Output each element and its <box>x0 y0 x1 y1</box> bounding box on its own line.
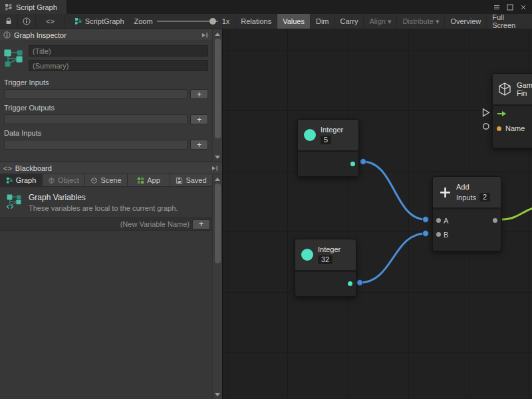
distribute-button[interactable]: Distribute ▾ <box>396 14 444 29</box>
data-inputs-section: Data Inputs + <box>0 124 212 150</box>
info-icon <box>23 17 31 25</box>
section-label: Data Inputs <box>4 126 208 140</box>
menu-icon <box>493 4 500 11</box>
scroll-thumb[interactable] <box>215 39 221 138</box>
scroll-down-icon[interactable] <box>213 390 222 398</box>
window-close-button[interactable] <box>519 3 528 12</box>
output-port[interactable] <box>360 159 366 165</box>
node-integer-5[interactable]: Integer 5 <box>297 119 359 177</box>
scroll-down-icon[interactable] <box>213 153 222 161</box>
graph-variables-title: Graph Variables <box>29 193 178 202</box>
cube-icon <box>48 177 55 184</box>
trigger-outputs-section: Trigger Outputs + <box>0 99 212 124</box>
add-variable-button[interactable]: + <box>192 219 210 229</box>
wire-add-output[interactable] <box>502 208 532 219</box>
tab-saved[interactable]: Saved <box>170 174 212 186</box>
output-port[interactable] <box>350 162 355 166</box>
input-port[interactable] <box>423 231 429 237</box>
add-trigger-input-button[interactable]: + <box>190 89 208 99</box>
dock-icon <box>201 31 209 39</box>
input-port[interactable] <box>436 218 441 223</box>
trigger-arrow-icon[interactable] <box>497 110 507 117</box>
dock-button[interactable] <box>211 164 219 172</box>
script-graph-icon <box>74 17 82 25</box>
scroll-up-icon[interactable] <box>213 30 222 38</box>
scroll-thumb[interactable] <box>215 184 221 263</box>
graph-canvas[interactable]: Integer 5 Integer 32 <box>223 29 532 399</box>
port-a-label: A <box>444 217 448 225</box>
overview-button-label: Overview <box>450 17 481 25</box>
scroll-up-icon[interactable] <box>213 175 222 183</box>
inputs-label: Inputs <box>456 194 476 201</box>
zoom-slider[interactable] <box>157 17 218 25</box>
wire-int1-to-add-a[interactable] <box>363 162 426 219</box>
output-port[interactable] <box>493 218 497 223</box>
output-port[interactable] <box>348 281 352 286</box>
left-panel: Graph Inspector <box>0 29 223 399</box>
relations-button[interactable]: Relations <box>235 14 277 29</box>
node-integer-32[interactable]: Integer 32 <box>295 239 356 297</box>
dim-button[interactable]: Dim <box>310 14 334 29</box>
integer-icon <box>301 249 313 261</box>
relations-button-label: Relations <box>241 17 271 25</box>
fullscreen-button[interactable]: Full Screen <box>486 14 532 29</box>
tab-graph[interactable]: Graph <box>0 174 43 186</box>
wire-int2-to-add-b[interactable] <box>360 233 426 283</box>
input-port[interactable] <box>483 124 489 129</box>
script-graph-window: Script Graph <box>0 0 532 399</box>
input-port[interactable] <box>436 232 441 237</box>
blackboard-title: Blackboard <box>15 164 52 172</box>
node-title-line2: Fin <box>517 89 532 97</box>
overview-button[interactable]: Overview <box>444 14 486 29</box>
values-button-label: Values <box>283 17 305 25</box>
blackboard-tabs: Graph Object <box>0 174 212 187</box>
saved-icon <box>176 177 183 184</box>
port-name-label: Name <box>505 124 525 132</box>
trigger-input-port[interactable] <box>483 109 489 116</box>
input-port[interactable] <box>423 217 429 223</box>
zoom-slider-track <box>157 21 218 22</box>
trigger-inputs-list <box>4 89 188 99</box>
graph-breadcrumb[interactable]: ScriptGraph <box>65 14 129 29</box>
titlebar: Script Graph <box>0 0 532 14</box>
blackboard-scroll-track <box>213 183 222 390</box>
info-button[interactable] <box>18 14 36 29</box>
fullscreen-button-label: Full Screen <box>492 13 527 29</box>
new-variable-input[interactable] <box>2 220 190 228</box>
tab-object-label: Object <box>58 176 79 184</box>
port-b-label: B <box>444 231 448 239</box>
integer-value-field[interactable]: 5 <box>321 136 331 144</box>
values-button[interactable]: Values <box>277 14 310 29</box>
lock-button[interactable] <box>0 14 18 29</box>
section-label: Trigger Outputs <box>4 100 208 114</box>
add-data-input-button[interactable]: + <box>190 140 208 150</box>
input-port[interactable] <box>497 126 501 131</box>
tab-app[interactable]: App <box>128 174 170 186</box>
align-button[interactable]: Align ▾ <box>363 14 396 29</box>
tab-scene[interactable]: Scene <box>85 174 128 186</box>
window-menu-button[interactable] <box>492 3 501 12</box>
dock-icon <box>211 164 219 172</box>
dock-button[interactable] <box>201 31 209 39</box>
window-maximize-button[interactable] <box>505 3 515 12</box>
node-gameobject-find[interactable]: Gam Fin Name <box>492 73 532 148</box>
graph-tab-icon <box>6 177 13 184</box>
edit-graph-button[interactable]: <> <box>36 14 65 29</box>
graph-inspector-title: Graph Inspector <box>14 31 66 39</box>
tab-object[interactable]: Object <box>43 174 85 186</box>
graph-summary-input[interactable] <box>29 60 208 71</box>
blackboard-empty-area <box>0 231 212 399</box>
carry-button[interactable]: Carry <box>334 14 364 29</box>
code-icon: <> <box>3 164 12 172</box>
output-port[interactable] <box>357 280 363 286</box>
integer-value-field[interactable]: 32 <box>318 255 332 264</box>
zoom-slider-handle[interactable] <box>209 18 216 25</box>
window-tab-script-graph[interactable]: Script Graph <box>0 0 67 14</box>
node-add[interactable]: Add Inputs 2 A <box>432 176 501 251</box>
add-trigger-output-button[interactable]: + <box>190 114 208 124</box>
inputs-count-field[interactable]: 2 <box>479 193 490 201</box>
inspector-scrollbar <box>212 29 222 162</box>
graph-title-input[interactable] <box>29 45 208 57</box>
node-title: Integer <box>318 245 340 253</box>
inspector-scroll-track <box>213 38 222 153</box>
